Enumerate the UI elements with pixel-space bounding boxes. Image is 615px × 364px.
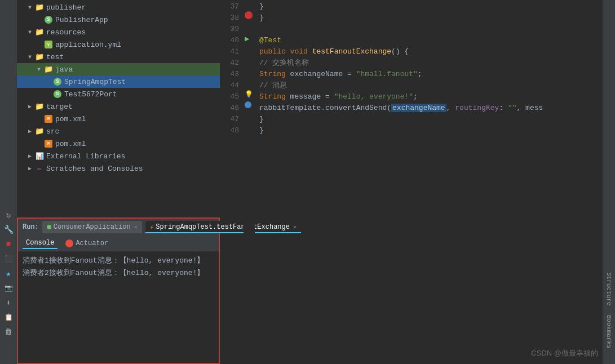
console-tab-actuator[interactable]: Actuator [62, 238, 112, 248]
camera-tool-icon[interactable]: 📷 [2, 282, 15, 294]
watermark: CSDN @做最幸福的 [531, 348, 598, 358]
spacer [44, 90, 52, 98]
star-tool-icon[interactable]: ★ [2, 267, 15, 279]
external-lib-icon: 📊 [35, 152, 44, 161]
tree-item-pomxml1[interactable]: pom.xml [17, 113, 220, 125]
structure-label[interactable]: Structure [604, 268, 613, 310]
tree-item-label: pom.xml [55, 140, 86, 148]
wrench-tool-icon[interactable]: 🔧 [2, 223, 15, 236]
tree-item-label: resources [46, 28, 86, 37]
code-line-46: rabbitTemplate.convertAndSend(exchangeNa… [259, 103, 598, 114]
file-tree: ▼ 📁 publisher PublisherApp ▼ [17, 0, 220, 217]
code-line-39 [259, 24, 598, 35]
spacer [35, 115, 43, 123]
tree-item-java[interactable]: ▼ 📁 java [17, 63, 220, 76]
yml-icon [44, 40, 53, 49]
code-line-44: // 消息 [259, 80, 598, 91]
chevron-icon: ▼ [35, 65, 43, 73]
spacer [44, 78, 52, 86]
actuator-icon [65, 239, 73, 247]
tree-item-label: Test5672Port [64, 90, 117, 99]
tree-item-label: java [55, 65, 73, 74]
lightning-icon: ⚡ [150, 224, 154, 231]
tree-item-pomxml2[interactable]: pom.xml [17, 137, 220, 150]
console-output: 消费者1接收到Fanout消息：【hello, everyone!】 消费者2接… [18, 251, 219, 363]
tool-sidebar: ↻ 🔧 ■ ⬛ ★ 📷 ⬇ 📋 🗑 [0, 0, 17, 364]
delete-tool-icon[interactable]: 🗑 [2, 326, 15, 338]
folder-icon: 📁 [35, 3, 44, 12]
chevron-icon: ▶ [26, 103, 34, 110]
code-line-37: } [259, 1, 598, 12]
consumer-tab-label: ConsumerApplication [54, 223, 131, 231]
tree-item-scratches[interactable]: ▶ ✏ Scratches and Consoles [17, 162, 220, 175]
tree-item-external-libs[interactable]: ▶ 📊 External Libraries [17, 150, 220, 162]
springamqp-tab-close[interactable]: ✕ [293, 224, 297, 230]
tree-item-label: test [46, 53, 64, 61]
run-label: Run: [23, 223, 39, 231]
tree-item-target[interactable]: ▶ 📁 target [17, 100, 220, 113]
code-line-45: String message = "hello, everyone!"; [259, 91, 598, 103]
right-labels: Structure Bookmarks [603, 0, 615, 364]
tree-item-appyml[interactable]: application.yml [17, 38, 220, 51]
tab-active-indicator [145, 232, 301, 233]
scratches-icon: ✏ [35, 164, 44, 173]
spacer [35, 140, 43, 148]
tree-item-test5672port[interactable]: Test5672Port [17, 88, 220, 100]
consumer-tab-dot [47, 225, 51, 229]
tree-item-publisherapp[interactable]: PublisherApp [17, 14, 220, 26]
tree-item-label: External Libraries [46, 152, 125, 161]
folder-icon: 📁 [35, 52, 44, 61]
chevron-icon: ▼ [26, 3, 34, 11]
xml-icon [44, 139, 53, 148]
folder-icon: 📁 [35, 127, 44, 136]
java-class-icon [53, 90, 62, 99]
import-tool-icon[interactable]: 📋 [2, 311, 15, 323]
spring-icon [44, 15, 53, 24]
tree-item-src[interactable]: ▶ 📁 src [17, 125, 220, 137]
xml-icon [44, 114, 53, 123]
actuator-label: Actuator [76, 239, 108, 247]
java-class-icon [53, 77, 62, 86]
run-panel: Run: ConsumerApplication ✕ ⚡ SpringAmqpT… [17, 217, 220, 364]
code-line-42: // 交换机名称 [259, 57, 598, 69]
code-line-38: } [259, 12, 598, 24]
line-numbers: 37 38 39 40 41 42 43 44 45 46 47 48 [220, 0, 244, 364]
tree-item-publisher[interactable]: ▼ 📁 publisher [17, 1, 220, 14]
stop-tool-icon[interactable]: ⬛ [2, 252, 15, 265]
editor-panel: 37 38 39 40 41 42 43 44 45 46 47 48 [220, 0, 603, 364]
code-line-48: } [259, 125, 598, 136]
chevron-icon: ▶ [26, 127, 34, 135]
play-tool-icon[interactable]: ■ [2, 238, 15, 250]
tree-item-springamqptest[interactable]: SpringAmqpTest [17, 76, 220, 88]
refresh-tool-icon[interactable]: ↻ [2, 208, 15, 221]
tree-item-label: SpringAmqpTest [64, 78, 126, 86]
spacer [35, 16, 43, 24]
folder-icon: 📁 [35, 28, 44, 37]
folder-icon: 📁 [44, 65, 53, 74]
gutter: ▶ 💡 [244, 0, 255, 364]
console-tab-console[interactable]: Console [23, 238, 57, 249]
run-bar: Run: ConsumerApplication ✕ ⚡ SpringAmqpT… [18, 219, 219, 236]
console-line-2: 消费者2接收到Fanout消息：【hello, everyone!】 [23, 267, 214, 279]
chevron-icon: ▼ [26, 53, 34, 61]
code-area[interactable]: } } @Test public v [255, 0, 603, 364]
run-tab-springamqp[interactable]: ⚡ SpringAmqpTest.testFanoutExchange ✕ [145, 221, 301, 233]
console-toolbar: Console Actuator [18, 236, 219, 251]
tree-item-resources[interactable]: ▼ 📁 resources [17, 26, 220, 38]
down-tool-icon[interactable]: ⬇ [2, 296, 15, 309]
consumer-tab-close[interactable]: ✕ [134, 224, 138, 230]
chevron-icon: ▶ [26, 152, 34, 160]
spacer [35, 41, 43, 48]
bookmarks-label[interactable]: Bookmarks [604, 310, 613, 353]
run-tab-consumer[interactable]: ConsumerApplication ✕ [42, 221, 142, 233]
springamqp-tab-label: SpringAmqpTest.testFanoutExchange [156, 223, 290, 231]
folder-icon: 📁 [35, 102, 44, 111]
code-line-41: public void testFanoutExchange() { [259, 46, 598, 57]
code-line-40: @Test [259, 35, 598, 46]
tree-item-test[interactable]: ▼ 📁 test [17, 51, 220, 63]
tree-item-label: PublisherApp [55, 16, 108, 24]
tree-item-label: pom.xml [55, 115, 86, 123]
chevron-icon: ▼ [26, 28, 34, 36]
code-line-43: String exchangeName = "hmall.fanout"; [259, 69, 598, 80]
chevron-icon: ▶ [26, 165, 34, 172]
